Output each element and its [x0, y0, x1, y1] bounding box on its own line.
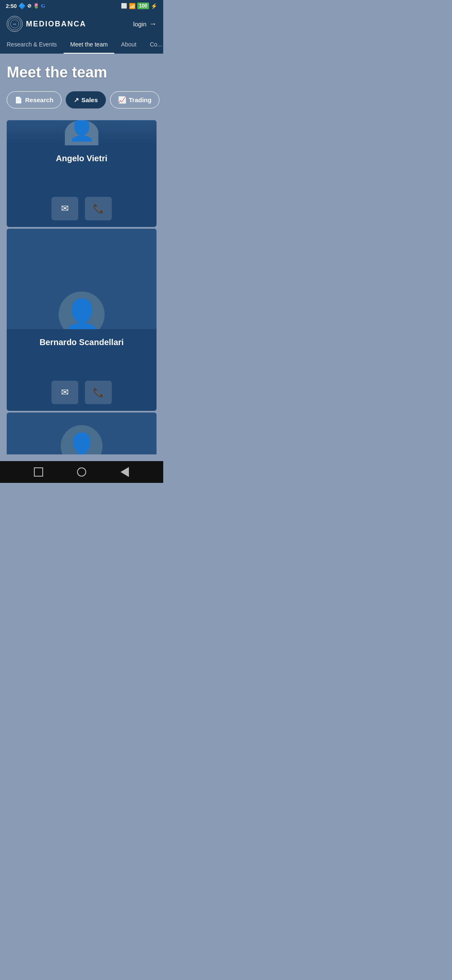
member-name-bernardo: Bernardo Scandellari: [13, 338, 150, 347]
logo-area: MB MEDIOBANCA: [7, 16, 86, 32]
card-actions-bernardo: ✉ 📞: [13, 381, 150, 404]
card-body-angelo: Angelo Vietri ✉ 📞: [7, 145, 157, 227]
status-bar: 2:50 🔷 ⊘ 🌷 G ⬜ 📶 100 ⚡: [0, 0, 163, 12]
phone-button-angelo[interactable]: 📞: [85, 197, 112, 220]
tab-research-events[interactable]: Research & Events: [0, 36, 64, 54]
phone-icon: 📞: [93, 387, 104, 398]
login-icon: →: [149, 20, 157, 28]
sales-filter-icon: ↗: [74, 96, 79, 104]
blocked-icon: ⊘: [27, 3, 31, 9]
status-left: 2:50 🔷 ⊘ 🌷 G: [6, 3, 45, 9]
member-name-angelo: Angelo Vietri: [13, 154, 150, 163]
avatar-partial: 👤: [61, 425, 103, 454]
card-photo-area: 👤: [7, 120, 157, 145]
email-icon: ✉: [61, 387, 69, 398]
wifi-icon: 📶: [129, 3, 136, 9]
card-large-photo-bernardo: 👤: [7, 229, 157, 329]
svg-text:MB: MB: [13, 23, 16, 26]
tab-meet-the-team[interactable]: Meet the team: [64, 36, 115, 54]
filter-research[interactable]: 📄 Research: [7, 91, 62, 108]
email-button-bernardo[interactable]: ✉: [51, 381, 78, 404]
page-content: Meet the team 📄 Research ↗ Sales 📈 Tradi…: [0, 54, 163, 461]
battery-icon: 100: [137, 3, 149, 9]
nfc-icon: 🔷: [18, 3, 26, 9]
nav-back-button[interactable]: [119, 466, 131, 478]
sales-filter-label: Sales: [82, 96, 98, 103]
filter-sales[interactable]: ↗ Sales: [66, 91, 106, 108]
back-icon: [121, 467, 129, 477]
avatar-icon: 👤: [68, 120, 95, 140]
home-icon: [77, 467, 86, 477]
charging-icon: ⚡: [151, 3, 157, 9]
partial-photo-area: 👤: [7, 413, 157, 454]
team-card-bernardo: 👤 Bernardo Scandellari ✉ 📞: [7, 229, 157, 411]
phone-button-bernardo[interactable]: 📞: [85, 381, 112, 404]
filter-trading[interactable]: 📈 Trading: [110, 91, 159, 108]
email-button-angelo[interactable]: ✉: [51, 197, 78, 220]
g-icon: G: [41, 3, 45, 9]
tab-about[interactable]: About: [114, 36, 143, 54]
page-title: Meet the team: [7, 64, 157, 81]
nav-recent-button[interactable]: [33, 466, 44, 478]
research-filter-label: Research: [25, 96, 54, 103]
logo-text: MEDIOBANCA: [26, 20, 86, 28]
nav-home-button[interactable]: [76, 466, 87, 478]
avatar-icon: 👤: [64, 300, 100, 329]
team-card-angelo: 👤 Angelo Vietri ✉ 📞: [7, 120, 157, 227]
team-card-partial: 👤: [7, 413, 157, 454]
filter-row: 📄 Research ↗ Sales 📈 Trading: [7, 91, 157, 108]
login-area[interactable]: login →: [133, 20, 157, 28]
recent-icon: [34, 467, 43, 477]
trading-filter-icon: 📈: [118, 96, 126, 104]
tulip-icon: 🌷: [33, 3, 39, 9]
email-icon: ✉: [61, 203, 69, 214]
login-label: login: [133, 21, 146, 28]
card-body-bernardo: Bernardo Scandellari ✉ 📞: [7, 329, 157, 411]
avatar-icon: 👤: [66, 431, 98, 455]
bottom-nav: [0, 461, 163, 483]
card-actions-angelo: ✉ 📞: [13, 197, 150, 220]
phone-icon: 📞: [93, 203, 104, 214]
mediobanca-logo: MB: [7, 16, 23, 32]
research-filter-icon: 📄: [15, 96, 23, 104]
trading-filter-label: Trading: [129, 96, 152, 103]
avatar-bernardo: 👤: [59, 291, 105, 329]
time-display: 2:50: [6, 3, 17, 9]
screen-record-icon: ⬜: [121, 3, 127, 9]
status-right: ⬜ 📶 100 ⚡: [121, 3, 157, 9]
tab-contact[interactable]: Co...: [143, 36, 163, 54]
team-cards: 👤 Angelo Vietri ✉ 📞 👤: [7, 120, 157, 454]
app-header: MB MEDIOBANCA login →: [0, 12, 163, 36]
nav-tabs: Research & Events Meet the team About Co…: [0, 36, 163, 54]
avatar-angelo: 👤: [65, 120, 98, 145]
